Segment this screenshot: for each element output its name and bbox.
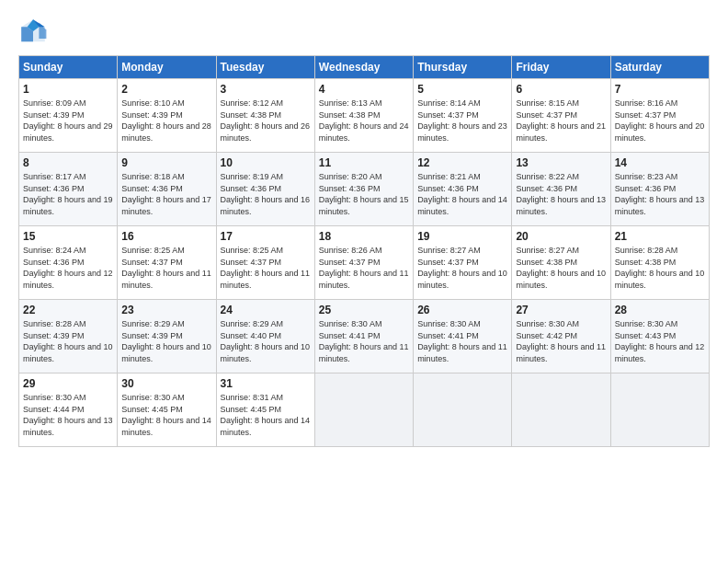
day-number: 14 xyxy=(615,156,705,169)
calendar-row: 22 Sunrise: 8:28 AMSunset: 4:39 PMDaylig… xyxy=(19,300,710,373)
table-row: 11 Sunrise: 8:20 AMSunset: 4:36 PMDaylig… xyxy=(314,153,413,226)
col-sunday: Sunday xyxy=(19,56,118,79)
cell-info: Sunrise: 8:12 AMSunset: 4:38 PMDaylight:… xyxy=(221,98,311,143)
day-number: 6 xyxy=(516,83,606,96)
table-row: 26 Sunrise: 8:30 AMSunset: 4:41 PMDaylig… xyxy=(414,300,512,373)
calendar-row: 29 Sunrise: 8:30 AMSunset: 4:44 PMDaylig… xyxy=(19,373,710,447)
day-number: 19 xyxy=(417,230,507,243)
table-row: 1 Sunrise: 8:09 AMSunset: 4:39 PMDayligh… xyxy=(19,79,118,153)
table-row: 9 Sunrise: 8:18 AMSunset: 4:36 PMDayligh… xyxy=(118,153,216,226)
calendar-table: Sunday Monday Tuesday Wednesday Thursday… xyxy=(18,55,710,447)
day-number: 13 xyxy=(516,156,606,169)
table-row xyxy=(610,373,709,447)
cell-info: Sunrise: 8:28 AMSunset: 4:38 PMDaylight:… xyxy=(615,246,705,290)
table-row: 6 Sunrise: 8:15 AMSunset: 4:37 PMDayligh… xyxy=(512,79,610,153)
cell-info: Sunrise: 8:18 AMSunset: 4:36 PMDaylight:… xyxy=(121,172,211,216)
cell-info: Sunrise: 8:20 AMSunset: 4:36 PMDaylight:… xyxy=(319,172,409,216)
col-monday: Monday xyxy=(118,56,216,79)
day-number: 15 xyxy=(23,230,113,243)
calendar-row: 8 Sunrise: 8:17 AMSunset: 4:36 PMDayligh… xyxy=(19,153,710,226)
table-row: 29 Sunrise: 8:30 AMSunset: 4:44 PMDaylig… xyxy=(19,373,118,447)
cell-info: Sunrise: 8:30 AMSunset: 4:43 PMDaylight:… xyxy=(615,319,705,363)
day-number: 12 xyxy=(417,156,507,169)
table-row xyxy=(314,373,413,447)
col-tuesday: Tuesday xyxy=(216,56,314,79)
table-row: 21 Sunrise: 8:28 AMSunset: 4:38 PMDaylig… xyxy=(610,226,709,300)
cell-info: Sunrise: 8:17 AMSunset: 4:36 PMDaylight:… xyxy=(23,172,113,216)
col-friday: Friday xyxy=(512,56,610,79)
day-number: 11 xyxy=(319,156,409,169)
table-row: 28 Sunrise: 8:30 AMSunset: 4:43 PMDaylig… xyxy=(610,300,709,373)
table-row: 30 Sunrise: 8:30 AMSunset: 4:45 PMDaylig… xyxy=(118,373,216,447)
cell-info: Sunrise: 8:30 AMSunset: 4:42 PMDaylight:… xyxy=(516,319,606,363)
table-row: 22 Sunrise: 8:28 AMSunset: 4:39 PMDaylig… xyxy=(19,300,118,373)
cell-info: Sunrise: 8:30 AMSunset: 4:41 PMDaylight:… xyxy=(319,319,409,363)
table-row: 12 Sunrise: 8:21 AMSunset: 4:36 PMDaylig… xyxy=(414,153,512,226)
table-row: 13 Sunrise: 8:22 AMSunset: 4:36 PMDaylig… xyxy=(512,153,610,226)
day-number: 29 xyxy=(23,377,113,390)
table-row: 31 Sunrise: 8:31 AMSunset: 4:45 PMDaylig… xyxy=(216,373,314,447)
header xyxy=(18,17,710,46)
day-number: 25 xyxy=(319,304,409,316)
calendar-row: 1 Sunrise: 8:09 AMSunset: 4:39 PMDayligh… xyxy=(19,79,710,153)
table-row: 23 Sunrise: 8:29 AMSunset: 4:39 PMDaylig… xyxy=(118,300,216,373)
table-row: 18 Sunrise: 8:26 AMSunset: 4:37 PMDaylig… xyxy=(314,226,413,300)
cell-info: Sunrise: 8:14 AMSunset: 4:37 PMDaylight:… xyxy=(417,98,507,143)
header-row: Sunday Monday Tuesday Wednesday Thursday… xyxy=(19,56,710,79)
table-row: 20 Sunrise: 8:27 AMSunset: 4:38 PMDaylig… xyxy=(512,226,610,300)
logo xyxy=(18,17,51,46)
day-number: 24 xyxy=(221,304,311,316)
day-number: 9 xyxy=(121,156,211,169)
day-number: 27 xyxy=(516,304,606,316)
cell-info: Sunrise: 8:29 AMSunset: 4:39 PMDaylight:… xyxy=(121,319,211,363)
table-row: 4 Sunrise: 8:13 AMSunset: 4:38 PMDayligh… xyxy=(314,79,413,153)
cell-info: Sunrise: 8:30 AMSunset: 4:41 PMDaylight:… xyxy=(417,319,507,363)
table-row: 16 Sunrise: 8:25 AMSunset: 4:37 PMDaylig… xyxy=(118,226,216,300)
calendar-row: 15 Sunrise: 8:24 AMSunset: 4:36 PMDaylig… xyxy=(19,226,710,300)
col-wednesday: Wednesday xyxy=(314,56,413,79)
table-row: 27 Sunrise: 8:30 AMSunset: 4:42 PMDaylig… xyxy=(512,300,610,373)
day-number: 8 xyxy=(23,156,113,169)
cell-info: Sunrise: 8:22 AMSunset: 4:36 PMDaylight:… xyxy=(516,172,606,216)
cell-info: Sunrise: 8:30 AMSunset: 4:44 PMDaylight:… xyxy=(23,393,113,437)
table-row: 14 Sunrise: 8:23 AMSunset: 4:36 PMDaylig… xyxy=(610,153,709,226)
cell-info: Sunrise: 8:10 AMSunset: 4:39 PMDaylight:… xyxy=(121,98,211,143)
day-number: 17 xyxy=(221,230,311,243)
cell-info: Sunrise: 8:09 AMSunset: 4:39 PMDaylight:… xyxy=(23,98,113,143)
day-number: 4 xyxy=(319,83,409,96)
page: Sunday Monday Tuesday Wednesday Thursday… xyxy=(0,0,728,456)
col-thursday: Thursday xyxy=(414,56,512,79)
day-number: 28 xyxy=(615,304,705,316)
table-row: 7 Sunrise: 8:16 AMSunset: 4:37 PMDayligh… xyxy=(610,79,709,153)
day-number: 2 xyxy=(121,83,211,96)
day-number: 5 xyxy=(417,83,507,96)
table-row xyxy=(512,373,610,447)
cell-info: Sunrise: 8:15 AMSunset: 4:37 PMDaylight:… xyxy=(516,98,606,143)
logo-icon xyxy=(18,17,48,46)
table-row: 2 Sunrise: 8:10 AMSunset: 4:39 PMDayligh… xyxy=(118,79,216,153)
day-number: 23 xyxy=(121,304,211,316)
table-row: 25 Sunrise: 8:30 AMSunset: 4:41 PMDaylig… xyxy=(314,300,413,373)
table-row: 3 Sunrise: 8:12 AMSunset: 4:38 PMDayligh… xyxy=(216,79,314,153)
day-number: 30 xyxy=(121,377,211,390)
cell-info: Sunrise: 8:25 AMSunset: 4:37 PMDaylight:… xyxy=(121,246,211,290)
table-row: 10 Sunrise: 8:19 AMSunset: 4:36 PMDaylig… xyxy=(216,153,314,226)
cell-info: Sunrise: 8:26 AMSunset: 4:37 PMDaylight:… xyxy=(319,246,409,290)
table-row xyxy=(414,373,512,447)
cell-info: Sunrise: 8:27 AMSunset: 4:38 PMDaylight:… xyxy=(516,246,606,290)
cell-info: Sunrise: 8:19 AMSunset: 4:36 PMDaylight:… xyxy=(221,172,311,216)
day-number: 1 xyxy=(23,83,113,96)
cell-info: Sunrise: 8:28 AMSunset: 4:39 PMDaylight:… xyxy=(23,319,113,363)
day-number: 26 xyxy=(417,304,507,316)
day-number: 21 xyxy=(615,230,705,243)
cell-info: Sunrise: 8:25 AMSunset: 4:37 PMDaylight:… xyxy=(221,246,311,290)
table-row: 24 Sunrise: 8:29 AMSunset: 4:40 PMDaylig… xyxy=(216,300,314,373)
cell-info: Sunrise: 8:16 AMSunset: 4:37 PMDaylight:… xyxy=(615,98,705,143)
day-number: 22 xyxy=(23,304,113,316)
cell-info: Sunrise: 8:31 AMSunset: 4:45 PMDaylight:… xyxy=(221,393,311,437)
table-row: 17 Sunrise: 8:25 AMSunset: 4:37 PMDaylig… xyxy=(216,226,314,300)
col-saturday: Saturday xyxy=(610,56,709,79)
day-number: 20 xyxy=(516,230,606,243)
table-row: 15 Sunrise: 8:24 AMSunset: 4:36 PMDaylig… xyxy=(19,226,118,300)
cell-info: Sunrise: 8:23 AMSunset: 4:36 PMDaylight:… xyxy=(615,172,705,216)
